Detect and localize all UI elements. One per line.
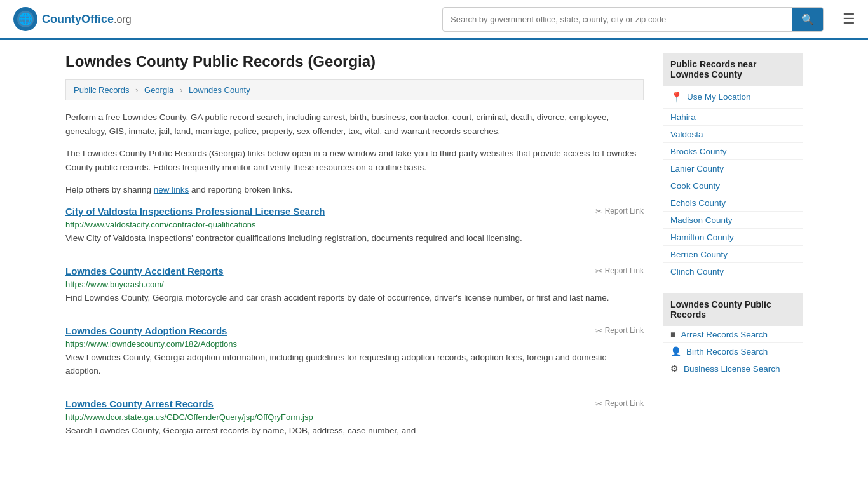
page-title: Lowndes County Public Records (Georgia): [65, 53, 644, 71]
main-container: Lowndes County Public Records (Georgia) …: [53, 40, 815, 471]
nearby-link-6[interactable]: Madison County: [670, 215, 733, 225]
record-item: City of Valdosta Inspections Professiona…: [65, 206, 644, 252]
scissors-icon: ✂: [595, 266, 602, 276]
svg-text:🌐: 🌐: [18, 12, 33, 26]
record-url-2[interactable]: https://www.lowndescounty.com/182/Adopti…: [65, 339, 237, 349]
record-icon-1: 👤: [670, 346, 681, 356]
record-desc-2: View Lowndes County, Georgia adoption in…: [65, 351, 644, 378]
record-title-2[interactable]: Lowndes County Adoption Records: [65, 325, 227, 336]
nearby-list-item: Valdosta: [663, 126, 803, 143]
record-icon-2: ⚙: [670, 363, 679, 374]
nearby-list-item: Berrien County: [663, 246, 803, 263]
record-item: Lowndes County Adoption Records ✂ Report…: [65, 325, 644, 384]
breadcrumb: Public Records › Georgia › Lowndes Count…: [65, 79, 644, 100]
report-link-2[interactable]: ✂ Report Link: [595, 326, 644, 336]
record-url-0[interactable]: http://www.valdostacity.com/contractor-q…: [65, 220, 256, 229]
record-icon-0: ■: [670, 329, 675, 339]
header: 🌐 CountyOffice.org 🔍 ☰: [0, 0, 868, 40]
record-url-3[interactable]: http://www.dcor.state.ga.us/GDC/Offender…: [65, 412, 313, 422]
use-my-location[interactable]: 📍 Use My Location: [663, 86, 803, 109]
breadcrumb-lowndes[interactable]: Lowndes County: [189, 85, 250, 95]
sidebar: Public Records near Lowndes County 📍 Use…: [663, 53, 803, 458]
records-container: City of Valdosta Inspections Professiona…: [65, 206, 644, 444]
nearby-list: HahiraValdostaBrooks CountyLanier County…: [663, 109, 803, 280]
sidebar-record-link-0[interactable]: Arrest Records Search: [681, 330, 768, 339]
record-item: Lowndes County Accident Reports ✂ Report…: [65, 266, 644, 311]
nearby-list-item: Hamilton County: [663, 229, 803, 246]
record-desc-0: View City of Valdosta Inspections' contr…: [65, 232, 644, 245]
record-title-1[interactable]: Lowndes County Accident Reports: [65, 266, 224, 276]
description-3: Help others by sharing new links and rep…: [65, 183, 644, 197]
logo-text: CountyOffice.org: [42, 13, 132, 26]
nearby-link-2[interactable]: Brooks County: [670, 147, 727, 156]
record-title-0[interactable]: City of Valdosta Inspections Professiona…: [65, 206, 325, 217]
report-link-0[interactable]: ✂ Report Link: [595, 207, 644, 216]
breadcrumb-sep-1: ›: [135, 85, 138, 95]
record-item: Lowndes County Arrest Records ✂ Report L…: [65, 398, 644, 444]
nearby-section-title: Public Records near Lowndes County: [663, 53, 803, 86]
record-url-1[interactable]: https://www.buycrash.com/: [65, 280, 164, 289]
menu-icon[interactable]: ☰: [843, 11, 855, 27]
logo[interactable]: 🌐 CountyOffice.org: [13, 6, 132, 32]
search-icon: 🔍: [801, 14, 814, 25]
report-link-3[interactable]: ✂ Report Link: [595, 399, 644, 409]
nearby-link-4[interactable]: Cook County: [670, 181, 720, 191]
nearby-link-1[interactable]: Valdosta: [670, 130, 703, 139]
scissors-icon: ✂: [595, 399, 602, 409]
nearby-list-item: Echols County: [663, 194, 803, 212]
nearby-list-item: Cook County: [663, 177, 803, 194]
nearby-link-3[interactable]: Lanier County: [670, 164, 724, 173]
nearby-list-item: Madison County: [663, 212, 803, 229]
search-bar: 🔍: [442, 7, 824, 32]
sidebar-record-link-1[interactable]: Birth Records Search: [686, 347, 768, 356]
breadcrumb-georgia[interactable]: Georgia: [144, 85, 173, 95]
description-1: Perform a free Lowndes County, GA public…: [65, 111, 644, 138]
sidebar-record-item: 👤 Birth Records Search: [663, 343, 803, 360]
nearby-list-item: Hahira: [663, 109, 803, 126]
nearby-link-8[interactable]: Berrien County: [670, 250, 728, 259]
description-2: The Lowndes County Public Records (Georg…: [65, 147, 644, 174]
sidebar-record-link-2[interactable]: Business License Search: [684, 364, 780, 374]
report-link-1[interactable]: ✂ Report Link: [595, 266, 644, 276]
record-title-3[interactable]: Lowndes County Arrest Records: [65, 398, 214, 409]
records-section-title: Lowndes County Public Records: [663, 293, 803, 326]
record-desc-1: Find Lowndes County, Georgia motorcycle …: [65, 292, 644, 305]
breadcrumb-public-records[interactable]: Public Records: [74, 85, 129, 95]
scissors-icon: ✂: [595, 326, 602, 336]
nearby-list-item: Clinch County: [663, 263, 803, 280]
content-area: Lowndes County Public Records (Georgia) …: [65, 53, 644, 458]
record-desc-3: Search Lowndes County, Georgia arrest re…: [65, 424, 644, 438]
search-button[interactable]: 🔍: [792, 8, 823, 31]
sidebar-record-item: ■ Arrest Records Search: [663, 326, 803, 343]
sidebar-record-item: ⚙ Business License Search: [663, 360, 803, 377]
nearby-link-9[interactable]: Clinch County: [670, 267, 724, 276]
breadcrumb-sep-2: ›: [180, 85, 182, 95]
sidebar-records-list: ■ Arrest Records Search 👤 Birth Records …: [663, 326, 803, 377]
new-links[interactable]: new links: [154, 185, 189, 194]
nearby-link-7[interactable]: Hamilton County: [670, 233, 734, 242]
search-input[interactable]: [443, 10, 792, 29]
location-icon: 📍: [670, 91, 683, 103]
nearby-list-item: Lanier County: [663, 160, 803, 177]
nearby-link-0[interactable]: Hahira: [670, 112, 696, 122]
nearby-link-5[interactable]: Echols County: [670, 198, 726, 208]
scissors-icon: ✂: [595, 207, 602, 216]
logo-icon: 🌐: [13, 6, 38, 32]
nearby-list-item: Brooks County: [663, 143, 803, 160]
